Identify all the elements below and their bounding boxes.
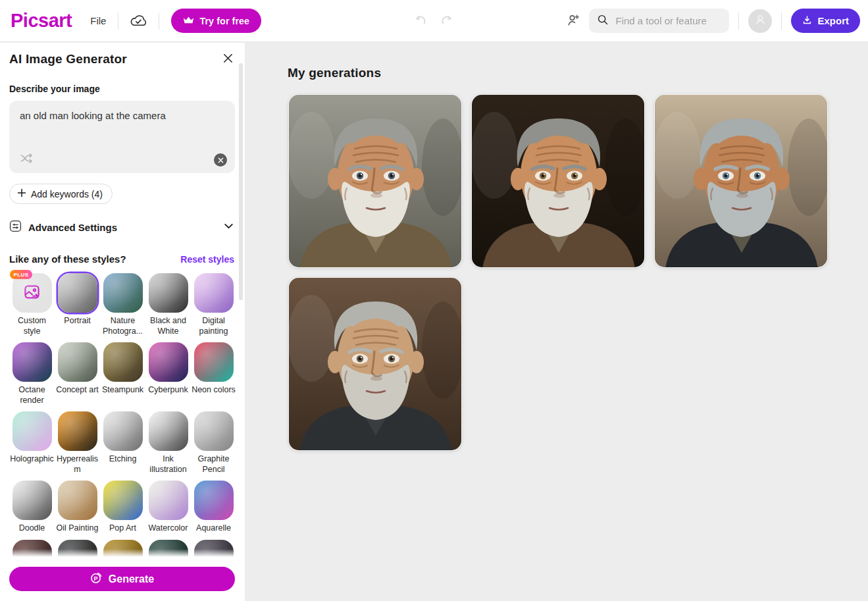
shuffle-prompt-button[interactable] <box>20 152 34 167</box>
file-menu[interactable]: File <box>90 15 106 26</box>
style-label: Aquarelle <box>191 523 236 534</box>
style-item-doodle[interactable]: Doodle <box>9 481 55 534</box>
style-thumbnail[interactable] <box>58 411 97 451</box>
top-bar: Picsart File Try for free <box>0 0 868 42</box>
style-label: Etching <box>100 454 145 465</box>
style-label: Steampunk <box>100 385 145 396</box>
style-label: Concept art <box>55 385 100 396</box>
style-thumbnail[interactable] <box>58 273 97 313</box>
shuffle-icon <box>20 152 34 167</box>
cloud-sync-button[interactable] <box>130 14 147 28</box>
style-item-concept-art[interactable]: Concept art <box>55 342 100 405</box>
style-thumbnail[interactable] <box>103 481 143 520</box>
style-thumbnail[interactable] <box>103 411 143 451</box>
describe-image-label: Describe your image <box>9 84 234 94</box>
style-thumbnail[interactable] <box>13 481 52 520</box>
crown-icon <box>183 16 194 26</box>
undo-button[interactable] <box>413 13 428 30</box>
style-item-cyberpunk[interactable]: Cyberpunk <box>145 342 191 405</box>
generated-image-3[interactable] <box>654 94 828 268</box>
style-thumbnail[interactable] <box>149 273 188 313</box>
style-thumbnail[interactable] <box>194 411 234 451</box>
redo-button[interactable] <box>440 13 454 30</box>
style-label: Cyberpunk <box>145 385 191 396</box>
close-icon <box>222 52 234 66</box>
style-thumbnail[interactable] <box>194 342 234 382</box>
try-for-free-label: Try for free <box>199 16 249 26</box>
style-label: Custom style <box>9 316 55 336</box>
style-item-aquarelle[interactable]: Aquarelle <box>191 481 236 534</box>
style-item-portrait[interactable]: Portrait <box>55 273 100 336</box>
style-item-oil-painting[interactable]: Oil Painting <box>55 481 100 534</box>
reset-styles-link[interactable]: Reset styles <box>180 254 234 265</box>
main-content: My generations <box>245 43 868 601</box>
style-item-digital-painting[interactable]: Digital painting <box>191 273 236 336</box>
credits-coin-icon: P <box>90 571 103 587</box>
style-label: Black and White <box>145 316 191 336</box>
advanced-settings-toggle[interactable]: Advanced Settings <box>9 220 234 235</box>
style-thumbnail[interactable] <box>103 273 143 313</box>
chevron-down-icon <box>223 221 234 234</box>
style-item-holographic[interactable]: Holographic <box>9 411 55 475</box>
style-item-graphite-pencil[interactable]: Graphite Pencil <box>191 411 236 475</box>
undo-icon <box>413 13 428 30</box>
style-thumbnail[interactable] <box>13 411 52 451</box>
clear-prompt-button[interactable] <box>214 153 227 167</box>
style-label: Holographic <box>9 454 55 465</box>
style-thumbnail[interactable] <box>58 342 97 382</box>
sidebar-footer: P Generate <box>0 557 245 601</box>
generated-image-2[interactable] <box>471 94 645 268</box>
style-thumbnail[interactable] <box>149 481 188 520</box>
style-item-hyperrealism[interactable]: Hyperrealism <box>55 411 100 475</box>
style-item-etching[interactable]: Etching <box>100 411 145 475</box>
style-thumbnail[interactable] <box>58 481 97 520</box>
generations-grid <box>288 94 842 451</box>
style-item-custom-style[interactable]: PLUSCustom style <box>9 273 55 336</box>
add-keywords-label: Add keywords (4) <box>31 189 103 199</box>
style-thumbnail[interactable]: PLUS <box>13 273 52 313</box>
style-item-watercolor[interactable]: Watercolor <box>145 481 191 534</box>
clear-x-icon <box>218 155 224 165</box>
divider <box>781 13 782 30</box>
style-item-black-and-white[interactable]: Black and White <box>145 273 191 336</box>
generated-image-4[interactable] <box>288 277 462 451</box>
style-thumbnail[interactable] <box>149 342 188 382</box>
style-item-neon-colors[interactable]: Neon colors <box>191 342 236 405</box>
person-plus-icon <box>566 13 581 30</box>
add-keywords-button[interactable]: Add keywords (4) <box>9 184 113 204</box>
my-generations-heading: My generations <box>245 43 868 80</box>
divider <box>738 13 739 30</box>
tool-search[interactable] <box>589 9 729 33</box>
style-item-octane-render[interactable]: Octane render <box>9 342 55 405</box>
style-thumbnail[interactable] <box>13 342 52 382</box>
invite-member-button[interactable] <box>566 13 581 30</box>
style-item-nature-photogra[interactable]: Nature Photogra... <box>100 273 145 336</box>
style-label: Graphite Pencil <box>191 454 236 475</box>
try-for-free-button[interactable]: Try for free <box>171 9 261 33</box>
style-thumbnail[interactable] <box>149 411 188 451</box>
style-item-ink-illustration[interactable]: Ink illustration <box>145 411 191 475</box>
search-icon <box>597 14 609 28</box>
picsart-logo[interactable]: Picsart <box>11 10 72 32</box>
search-input[interactable] <box>615 15 721 26</box>
export-button[interactable]: Export <box>791 9 860 33</box>
ai-image-generator-panel: AI Image Generator Describe your image a… <box>0 43 245 601</box>
sidebar-scrollbar[interactable] <box>239 63 243 300</box>
advanced-settings-label: Advanced Settings <box>28 222 217 233</box>
style-item-pop-art[interactable]: Pop Art <box>100 481 145 534</box>
style-label: Doodle <box>9 523 55 534</box>
style-label: Neon colors <box>191 385 236 396</box>
plus-badge: PLUS <box>10 270 33 279</box>
plus-icon <box>17 188 26 199</box>
generated-image-1[interactable] <box>288 94 462 268</box>
style-label: Pop Art <box>100 523 145 534</box>
generate-button[interactable]: P Generate <box>9 567 235 591</box>
style-item-steampunk[interactable]: Steampunk <box>100 342 145 405</box>
style-thumbnail[interactable] <box>194 273 234 313</box>
style-thumbnail[interactable] <box>194 481 234 520</box>
close-panel-button[interactable] <box>222 52 234 66</box>
style-thumbnail[interactable] <box>103 342 143 382</box>
user-avatar[interactable] <box>748 9 772 33</box>
topbar-right-group: Export <box>566 9 860 33</box>
prompt-input[interactable]: an old man looking at the camera <box>20 110 224 144</box>
